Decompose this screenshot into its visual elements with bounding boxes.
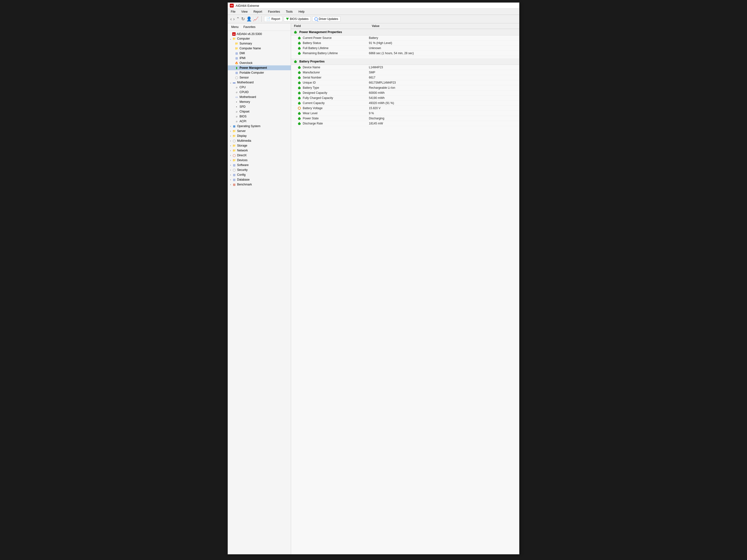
up-button[interactable]: ⌃ — [236, 16, 240, 22]
row-icon-fully-charged — [298, 97, 301, 100]
forward-button[interactable]: › — [233, 16, 235, 22]
sidebar-menu-btn[interactable]: Menu — [230, 25, 240, 29]
value-column-header: Value — [372, 24, 516, 28]
display-label: Display — [237, 134, 247, 138]
sidebar-item-summary[interactable]: 📁 Summary — [228, 41, 291, 46]
network-label: Network — [237, 149, 248, 152]
summary-label: Summary — [239, 42, 252, 45]
sidebar-item-cpu[interactable]: ⌀ CPU — [228, 85, 291, 90]
sidebar-item-bios[interactable]: ⌀ BIOS — [228, 114, 291, 119]
value-discharge-rate: 18145 mW — [369, 122, 516, 125]
row-fully-charged: Fully Charged Capacity 54190 mWh — [291, 96, 519, 101]
sidebar-item-portable-computer[interactable]: ▨ Portable Computer — [228, 70, 291, 75]
computer-arrow-icon: ⌄ — [229, 37, 232, 40]
sidebar-item-acpi[interactable]: ⌀ ACPI — [228, 119, 291, 124]
row-icon-1 — [298, 36, 301, 39]
sidebar-item-memory[interactable]: ▪ Memory — [228, 100, 291, 104]
field-current-capacity: Current Capacity — [298, 101, 369, 105]
menu-view[interactable]: View — [240, 9, 249, 14]
config-arrow-icon: › — [229, 174, 232, 176]
field-full-battery-lifetime: Full Battery Lifetime — [298, 47, 369, 50]
menu-tools[interactable]: Tools — [285, 9, 294, 14]
sidebar-item-power-management[interactable]: ▮ Power Management — [228, 65, 291, 70]
aida-logo-icon: 64 — [232, 32, 236, 36]
sidebar-item-security[interactable]: › ◯ Security — [228, 167, 291, 172]
menu-favorites[interactable]: Favorites — [267, 9, 281, 14]
bios-label: BIOS — [239, 115, 247, 118]
server-label: Server — [237, 129, 246, 133]
sidebar-item-sensor[interactable]: ◯ Sensor — [228, 75, 291, 80]
value-serial-number: 6617 — [369, 76, 516, 79]
sidebar-item-computer-name[interactable]: 📁 Computer Name — [228, 46, 291, 51]
menu-report[interactable]: Report — [252, 9, 263, 14]
overclock-icon: 🔥 — [235, 61, 238, 65]
field-unique-id: Unique ID — [298, 81, 369, 84]
back-button[interactable]: ‹ — [230, 16, 232, 22]
sidebar-item-devices[interactable]: › 📁 Devices — [228, 158, 291, 163]
bios-updates-button[interactable]: BIOS Updates — [284, 16, 311, 22]
sidebar-item-motherboard[interactable]: ⌄ ▬ Motherboard — [228, 80, 291, 85]
value-manufacturer: SMP — [369, 71, 516, 74]
sidebar-item-network[interactable]: › 📁 Network — [228, 148, 291, 153]
sidebar-item-dmi[interactable]: ▨ DMI — [228, 51, 291, 56]
sidebar-item-config[interactable]: › ▨ Config — [228, 172, 291, 177]
mb-sub-icon: ▭ — [235, 95, 238, 99]
computer-folder-icon: 📁 — [232, 37, 236, 41]
sidebar-item-os[interactable]: › ▦ Operating System — [228, 124, 291, 129]
sidebar-item-ipmi[interactable]: ▨ IPMI — [228, 56, 291, 60]
chart-button[interactable]: 📈 — [253, 16, 259, 22]
row-icon-4 — [298, 52, 301, 55]
menu-help[interactable]: Help — [298, 9, 306, 14]
nav-arrows: ‹ › ⌃ ↻ 👤 📈 — [230, 16, 259, 22]
power-management-section-header: Power Management Properties — [291, 29, 519, 35]
row-serial-number: Serial Number 6617 — [291, 75, 519, 80]
sensor-label: Sensor — [239, 76, 249, 79]
refresh-button[interactable]: ↻ — [241, 16, 246, 22]
row-manufacturer: Manufacturer SMP — [291, 70, 519, 75]
dmi-icon: ▨ — [235, 51, 238, 55]
driver-updates-button[interactable]: Driver Updates — [312, 16, 340, 22]
sidebar-item-cpuid[interactable]: ⌀ CPUID — [228, 90, 291, 95]
benchmark-icon: ▨ — [232, 183, 236, 186]
menu-bar: File View Report Favorites Tools Help — [228, 9, 519, 15]
toolbar: ‹ › ⌃ ↻ 👤 📈 📄 Report BIOS Updates Driver… — [228, 15, 519, 23]
sidebar-item-database[interactable]: › ▨ Database — [228, 177, 291, 182]
title-bar: 64 AIDA64 Extreme — [228, 3, 519, 9]
report-button[interactable]: 📄 Report — [264, 16, 282, 22]
sidebar-item-directx[interactable]: › ◯ DirectX — [228, 153, 291, 158]
multimedia-arrow-icon: › — [229, 139, 232, 142]
row-battery-voltage: Battery Voltage 15.820 V — [291, 106, 519, 111]
aida-version-item[interactable]: 64 AIDA64 v6.20.5300 — [228, 32, 291, 36]
value-designed-capacity: 60000 mWh — [369, 91, 516, 95]
sidebar-item-storage[interactable]: › 📁 Storage — [228, 143, 291, 148]
storage-icon: 📁 — [232, 144, 236, 148]
sidebar-item-benchmark[interactable]: › ▨ Benchmark — [228, 182, 291, 187]
sidebar-item-computer[interactable]: ⌄ 📁 Computer — [228, 36, 291, 41]
section-icon-power — [294, 31, 297, 33]
sidebar-item-overclock[interactable]: 🔥 Overclock — [228, 60, 291, 65]
row-icon-designed — [298, 91, 301, 94]
sidebar-item-multimedia[interactable]: › ◯ Multimedia — [228, 138, 291, 143]
menu-file[interactable]: File — [230, 9, 236, 14]
field-device-name: Device Name — [298, 65, 369, 69]
row-designed-capacity: Designed Capacity 60000 mWh — [291, 90, 519, 96]
sidebar-favorites-btn[interactable]: Favorites — [242, 25, 257, 29]
row-unique-id: Unique ID 6617SMPL14M4P23 — [291, 80, 519, 85]
sidebar-item-display[interactable]: › 📁 Display — [228, 133, 291, 138]
row-icon-3 — [298, 47, 301, 50]
power-management-label: Power Management — [239, 66, 267, 70]
sidebar-item-motherboard-sub[interactable]: ▭ Motherboard — [228, 95, 291, 100]
summary-icon: 📁 — [235, 42, 238, 46]
directx-label: DirectX — [237, 154, 247, 157]
app-title: AIDA64 Extreme — [236, 4, 259, 7]
sidebar-item-server[interactable]: › 📁 Server — [228, 129, 291, 133]
field-battery-type: Battery Type — [298, 86, 369, 89]
acpi-icon: ⌀ — [235, 119, 238, 123]
user-button[interactable]: 👤 — [246, 16, 252, 22]
motherboard-arrow-icon: ⌄ — [229, 81, 232, 84]
sidebar-item-spd[interactable]: ▪ SPD — [228, 104, 291, 109]
sidebar-item-software[interactable]: › ▨ Software — [228, 163, 291, 167]
row-icon-power-state — [298, 117, 301, 120]
sidebar-item-chipset[interactable]: ⌀ Chipset — [228, 109, 291, 114]
value-remaining-battery: 6868 sec (1 hours, 54 min, 28 sec) — [369, 52, 516, 55]
